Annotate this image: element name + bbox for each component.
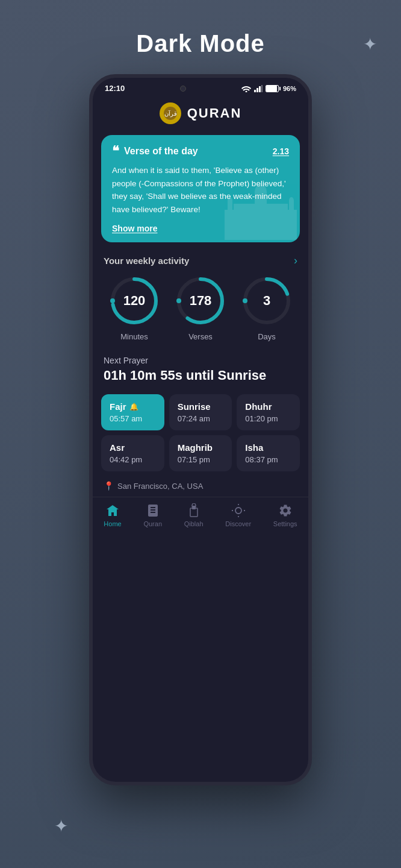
nav-item-quran[interactable]: Quran: [143, 503, 162, 527]
days-label: Days: [258, 332, 276, 341]
isha-name: Isha: [245, 442, 291, 453]
nav-label-qiblah: Qiblah: [184, 520, 204, 527]
circle-verses: 178: [174, 274, 227, 327]
quote-icon: ❝: [112, 145, 119, 158]
location-text: San Francisco, CA, USA: [117, 482, 203, 491]
quran-logo: قرآن: [160, 102, 181, 124]
verses-value: 178: [190, 293, 212, 309]
nav-item-discover[interactable]: Discover: [225, 503, 251, 527]
status-time: 12:10: [105, 84, 125, 93]
sunrise-time: 07:24 am: [178, 414, 224, 423]
svg-rect-0: [254, 90, 256, 92]
status-icons: 96%: [241, 85, 296, 92]
svg-rect-13: [289, 201, 294, 213]
next-prayer-label: Next Prayer: [104, 356, 297, 365]
location-row: 📍 San Francisco, CA, USA: [93, 477, 308, 497]
days-value: 3: [263, 293, 270, 309]
dhuhr-time: 01:20 pm: [245, 414, 291, 423]
prayer-card-maghrib[interactable]: Maghrib 07:15 pm: [169, 435, 232, 471]
maghrib-time: 07:15 pm: [178, 455, 224, 464]
minutes-value: 120: [123, 293, 146, 309]
prayer-grid: Fajr 🔔 05:57 am Sunrise 07:24 am Dhuhr 0…: [93, 394, 308, 477]
nav-label-quran: Quran: [143, 520, 162, 527]
dhuhr-name: Dhuhr: [245, 401, 291, 412]
prayer-card-sunrise[interactable]: Sunrise 07:24 am: [169, 394, 232, 430]
fajr-time: 05:57 am: [110, 414, 156, 423]
circle-days: 3: [240, 274, 293, 327]
discover-icon: [231, 503, 246, 518]
nav-item-settings[interactable]: Settings: [273, 503, 297, 527]
phone-inner: 12:10 96%: [93, 78, 308, 782]
svg-rect-3: [261, 85, 263, 92]
camera-notch: [180, 86, 186, 92]
minutes-label: Minutes: [120, 332, 148, 341]
svg-rect-1: [256, 88, 258, 92]
bottom-nav: Home Quran Qiblah: [93, 497, 308, 536]
battery-percent: 96%: [283, 85, 296, 92]
verse-text: And when it is said to them, 'Believe as…: [112, 164, 289, 216]
nav-item-home[interactable]: Home: [104, 503, 121, 527]
verse-title: Verse of the day: [124, 146, 198, 157]
app-content[interactable]: قرآن Quran: [93, 96, 308, 782]
prayer-card-asr[interactable]: Asr 04:42 pm: [101, 435, 164, 471]
battery-icon: [266, 85, 279, 92]
weekly-activity-title: Your weekly activity: [104, 256, 189, 266]
qiblah-icon: [187, 503, 201, 518]
app-name: Quran: [187, 105, 242, 121]
app-header: قرآن Quran: [93, 96, 308, 131]
asr-name: Asr: [110, 442, 156, 453]
svg-point-14: [289, 197, 294, 204]
verse-card: ❝ Verse of the day 2.13 And when it is s…: [101, 135, 300, 242]
activity-item-minutes: 120 Minutes: [108, 274, 161, 341]
next-prayer-countdown: 01h 10m 55s until Sunrise: [104, 368, 297, 383]
quran-icon: [146, 503, 160, 518]
maghrib-name: Maghrib: [178, 442, 224, 453]
verse-reference[interactable]: 2.13: [273, 146, 289, 156]
star-bottom-left-icon: ✦: [54, 818, 68, 835]
svg-rect-2: [259, 86, 261, 92]
nav-label-settings: Settings: [273, 520, 297, 527]
star-top-right-icon: ✦: [363, 36, 377, 53]
weekly-activity-chevron[interactable]: ›: [294, 254, 297, 267]
bell-icon: 🔔: [129, 403, 138, 411]
isha-time: 08:37 pm: [245, 455, 291, 464]
verse-header-left: ❝ Verse of the day: [112, 145, 198, 158]
weekly-activity-header: Your weekly activity ›: [93, 251, 308, 274]
activity-item-days: 3 Days: [240, 274, 293, 341]
settings-icon: [278, 503, 293, 518]
nav-item-qiblah[interactable]: Qiblah: [184, 503, 204, 527]
circle-minutes: 120: [108, 274, 161, 327]
svg-rect-24: [190, 508, 197, 517]
nav-label-home: Home: [104, 520, 121, 527]
home-icon: [105, 503, 120, 518]
wifi-icon: [241, 85, 251, 92]
verse-header: ❝ Verse of the day 2.13: [112, 145, 289, 158]
location-pin-icon: 📍: [104, 481, 114, 491]
prayer-card-fajr[interactable]: Fajr 🔔 05:57 am: [101, 394, 164, 430]
nav-label-discover: Discover: [225, 520, 251, 527]
sunrise-name: Sunrise: [178, 401, 224, 412]
status-bar: 12:10 96%: [93, 78, 308, 96]
next-prayer-section: Next Prayer 01h 10m 55s until Sunrise: [93, 352, 308, 394]
activity-item-verses: 178 Verses: [174, 274, 227, 341]
page-title: Dark Mode: [136, 30, 265, 57]
prayer-card-dhuhr[interactable]: Dhuhr 01:20 pm: [237, 394, 300, 430]
activity-circles: 120 Minutes 178 Verses: [93, 274, 308, 352]
svg-point-27: [235, 508, 241, 514]
svg-text:قرآن: قرآن: [164, 110, 176, 118]
verses-label: Verses: [188, 332, 213, 341]
signal-icon: [254, 85, 263, 92]
asr-time: 04:42 pm: [110, 455, 156, 464]
phone-frame: 12:10 96%: [89, 74, 312, 785]
show-more-button[interactable]: Show more: [112, 224, 157, 233]
fajr-name: Fajr 🔔: [110, 401, 156, 412]
prayer-card-isha[interactable]: Isha 08:37 pm: [237, 435, 300, 471]
